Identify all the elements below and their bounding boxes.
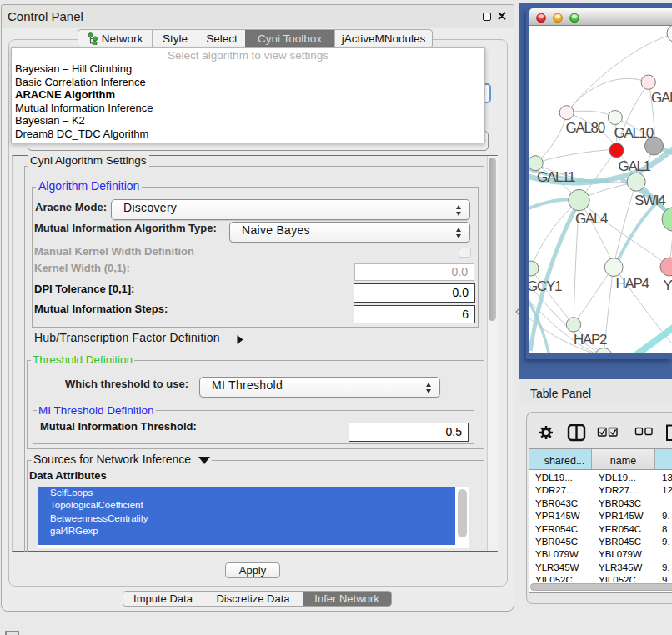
svg-text:GCY1: GCY1: [529, 278, 562, 294]
svg-text:SWI4: SWI4: [634, 192, 665, 208]
svg-text:GAL: GAL: [651, 90, 672, 106]
svg-text:GAL11: GAL11: [537, 169, 575, 185]
svg-text:HAP4: HAP4: [616, 276, 649, 292]
svg-text:GAL80: GAL80: [566, 120, 605, 136]
svg-text:GAL4: GAL4: [575, 211, 608, 227]
svg-text:HAP2: HAP2: [574, 332, 607, 348]
svg-text:GAL1: GAL1: [619, 158, 651, 174]
svg-text:Y: Y: [664, 278, 672, 293]
svg-text:GAL10: GAL10: [614, 125, 654, 141]
